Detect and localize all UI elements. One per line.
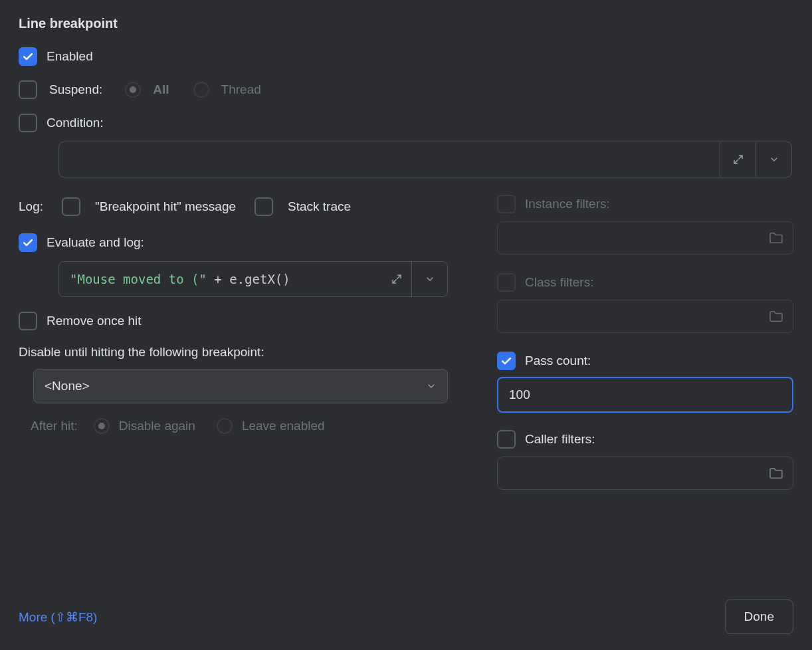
condition-expand-button[interactable] <box>720 142 756 177</box>
done-button[interactable]: Done <box>725 599 793 634</box>
condition-history-button[interactable] <box>756 142 791 177</box>
afterhit-disable-label: Disable again <box>119 419 195 433</box>
instancefilters-label: Instance filters: <box>525 197 610 211</box>
passcount-value[interactable]: 100 <box>498 387 792 402</box>
folder-icon <box>769 310 783 322</box>
log-stack-label: Stack trace <box>288 199 351 214</box>
folder-icon <box>769 232 783 244</box>
evallog-expand-button[interactable] <box>382 273 411 285</box>
passcount-label: Pass count: <box>525 354 591 368</box>
classfilters-checkbox[interactable] <box>497 273 516 292</box>
log-label: Log: <box>19 199 43 214</box>
callerfilters-label: Caller filters: <box>525 432 595 447</box>
log-bphit-checkbox[interactable] <box>62 197 80 216</box>
suspend-checkbox[interactable] <box>19 80 37 99</box>
instancefilters-checkbox[interactable] <box>497 195 516 213</box>
instancefilters-field[interactable] <box>497 221 793 255</box>
folder-icon <box>769 467 783 479</box>
more-link[interactable]: More (⇧⌘F8) <box>19 609 97 625</box>
expand-icon <box>391 273 403 285</box>
removeonce-label: Remove once hit <box>47 314 142 328</box>
evallog-value[interactable]: "Mouse moved to (" + e.getX() <box>59 272 382 286</box>
enabled-checkbox[interactable] <box>19 47 37 66</box>
passcount-checkbox[interactable] <box>497 352 516 370</box>
callerfilters-checkbox[interactable] <box>497 430 516 449</box>
afterhit-leave-label: Leave enabled <box>242 419 325 433</box>
code-operator: + <box>207 272 229 286</box>
classfilters-label: Class filters: <box>525 275 593 290</box>
condition-field[interactable] <box>58 142 792 177</box>
code-string: "Mouse moved to (" <box>70 272 207 286</box>
evallog-history-button[interactable] <box>411 262 447 296</box>
passcount-field[interactable]: 100 <box>497 377 793 413</box>
condition-label: Condition: <box>47 116 104 130</box>
afterhit-leave-radio[interactable] <box>217 418 233 434</box>
log-stack-checkbox[interactable] <box>254 197 273 216</box>
evallog-label: Evaluate and log: <box>47 235 144 250</box>
suspend-label: Suspend: <box>49 82 102 97</box>
afterhit-label: After hit: <box>31 419 78 433</box>
classfilters-field[interactable] <box>497 300 793 333</box>
evallog-checkbox[interactable] <box>19 233 37 252</box>
suspend-all-label: All <box>153 82 169 97</box>
dialog-title: Line breakpoint <box>19 16 793 31</box>
condition-checkbox[interactable] <box>19 114 37 132</box>
disableuntil-value: <None> <box>45 379 426 393</box>
removeonce-checkbox[interactable] <box>19 312 37 330</box>
suspend-thread-label: Thread <box>221 82 261 97</box>
suspend-thread-radio[interactable] <box>193 82 209 98</box>
callerfilters-field[interactable] <box>497 457 793 490</box>
evallog-field[interactable]: "Mouse moved to (" + e.getX() <box>58 261 448 297</box>
disableuntil-label: Disable until hitting the following brea… <box>19 345 457 360</box>
expand-icon <box>732 154 744 165</box>
log-bphit-label: "Breakpoint hit" message <box>95 199 236 214</box>
enabled-label: Enabled <box>47 49 93 64</box>
code-identifier: e.getX() <box>229 272 290 286</box>
afterhit-disable-radio[interactable] <box>94 418 110 434</box>
chevron-down-icon <box>426 381 437 391</box>
chevron-down-icon <box>425 274 435 284</box>
chevron-down-icon <box>769 154 779 165</box>
disableuntil-select[interactable]: <None> <box>33 369 448 403</box>
suspend-all-radio[interactable] <box>125 82 141 98</box>
